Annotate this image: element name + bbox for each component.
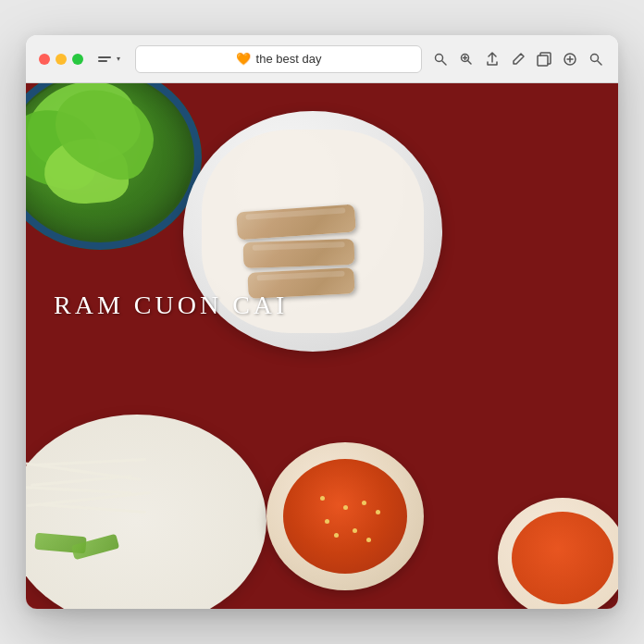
chevron-down-icon: ▾	[117, 55, 120, 63]
maximize-button[interactable]	[72, 54, 83, 65]
seed-5	[353, 528, 357, 533]
dipping-sauce-bowl-2	[498, 498, 618, 609]
sauce-seeds	[306, 487, 384, 551]
svg-point-0	[436, 54, 443, 61]
close-button[interactable]	[39, 54, 50, 65]
seed-7	[376, 510, 380, 514]
browser-actions	[431, 50, 605, 68]
traffic-lights	[39, 54, 83, 65]
svg-line-11	[598, 61, 601, 65]
tab-switcher-button[interactable]: ▾	[93, 50, 126, 68]
noodle-area	[26, 396, 285, 609]
share-button[interactable]	[483, 50, 502, 68]
zoom-button[interactable]	[457, 50, 476, 68]
browser-window: ▾ 🧡 the best day	[26, 35, 618, 609]
browser-chrome: ▾ 🧡 the best day	[26, 35, 618, 83]
extensions-button[interactable]	[561, 50, 579, 68]
sauce-liquid-2	[512, 512, 613, 604]
address-bar[interactable]: 🧡 the best day	[135, 45, 422, 73]
noodle-bowl-bg	[26, 415, 266, 609]
search-button[interactable]	[431, 50, 450, 68]
tab-grid-icon	[98, 54, 113, 65]
dipping-sauce-bowl-1	[266, 442, 424, 590]
seed-8	[366, 538, 371, 542]
svg-line-3	[467, 60, 471, 64]
food-scene: RAM CUON CAI	[26, 83, 618, 609]
svg-rect-6	[538, 56, 548, 66]
seed-6	[334, 533, 339, 538]
svg-point-10	[591, 54, 599, 61]
favicon-icon: 🧡	[236, 52, 251, 66]
find-button[interactable]	[587, 50, 605, 68]
seed-3	[325, 519, 329, 524]
edit-button[interactable]	[509, 50, 527, 68]
spring-roll-2	[243, 239, 355, 268]
svg-line-1	[442, 61, 446, 65]
seed-2	[343, 505, 348, 510]
minimize-button[interactable]	[56, 54, 67, 65]
browser-content: RAM CUON CAI	[26, 83, 618, 609]
seed-4	[362, 501, 366, 505]
copy-window-button[interactable]	[535, 50, 553, 68]
sauce-liquid-1	[283, 459, 407, 574]
title-overlay: RAM CUON CAI	[54, 291, 288, 320]
address-text: the best day	[256, 52, 322, 66]
seed-1	[320, 496, 325, 501]
dish-title: RAM CUON CAI	[54, 291, 288, 320]
